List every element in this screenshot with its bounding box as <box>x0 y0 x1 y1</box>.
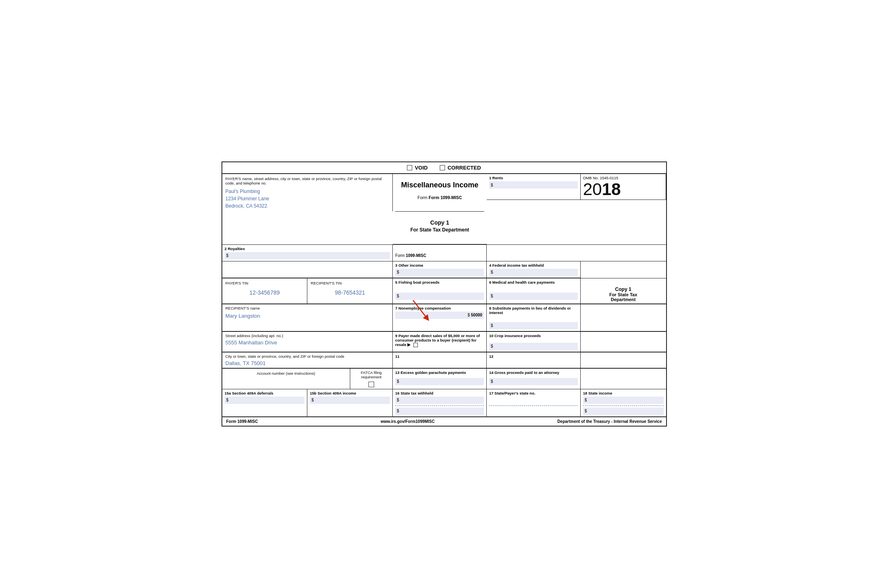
payer-address: 1234 Plummer Lane <box>226 196 390 202</box>
box8-label: 8 Substitute payments in lieu of dividen… <box>489 306 578 315</box>
misc-income-area: Miscellaneous Income Form Form 1099-MISC… <box>393 174 487 244</box>
year-prefix: 20 <box>583 181 602 198</box>
form-1099-misc-label-area: Form 1099-MISC <box>393 245 487 261</box>
copy-number: Copy 1 <box>397 219 482 227</box>
void-checkbox[interactable] <box>407 165 412 170</box>
tin-row: PAYER'S TIN 12-3456789 RECIPIENT'S TIN 9… <box>222 278 666 304</box>
copy-for: For State Tax Department <box>397 227 482 234</box>
box14-value[interactable]: $ <box>489 378 578 385</box>
account-cell: Account number (see instructions) <box>222 369 350 389</box>
copy1-number: Copy 1 <box>583 287 664 292</box>
box9-checkbox[interactable] <box>413 343 418 347</box>
box15b: 15b Section 409A income $ <box>307 389 393 416</box>
year-display: 2018 <box>583 181 663 198</box>
svg-line-1 <box>413 300 427 318</box>
payer-tin-cell: PAYER'S TIN 12-3456789 <box>222 278 308 304</box>
misc-income-copy-filler <box>581 261 666 278</box>
form-name-header: Form Form 1099-MISC <box>417 195 462 200</box>
account-label: Account number (see instructions) <box>226 371 347 376</box>
box16-divider <box>395 405 484 406</box>
box10-value[interactable]: $ <box>489 343 578 350</box>
box11-label: 11 <box>395 354 484 359</box>
box15a-label: 15a Section 409A deferrals <box>225 391 305 395</box>
city-value: Dallas, TX 75001 <box>226 360 390 366</box>
copy1-side-label: Copy 1 For State TaxDepartment <box>581 278 666 304</box>
street-row: Street address (including apt. no.) 5555… <box>222 332 666 352</box>
recipient-row: RECIPIENT'S name Mary Langston 7 Nonempl… <box>222 304 666 332</box>
form-title: Miscellaneous Income <box>401 180 478 190</box>
box18-value1[interactable]: $ <box>583 397 664 404</box>
red-arrow-annotation <box>401 296 437 325</box>
box3-value[interactable]: $ <box>395 269 484 276</box>
box4-label: 4 Federal income tax withheld <box>489 263 578 267</box>
street-label: Street address (including apt. no.) <box>226 333 390 338</box>
box16-label: 16 State tax withheld <box>395 391 484 395</box>
corrected-checkbox-label[interactable]: CORRECTED <box>440 165 481 171</box>
box15b-value[interactable]: $ <box>310 397 390 404</box>
box6-value[interactable]: $ <box>489 293 578 300</box>
recipient-name-label: RECIPIENT'S name <box>226 306 390 310</box>
box7-dollar: $ <box>468 313 470 317</box>
payer-name: Paul's Plumbing <box>226 189 390 194</box>
box3: 3 Other income $ <box>393 261 487 278</box>
city-row: City or town, state or province, country… <box>222 352 666 368</box>
box7-amount: 50000 <box>471 313 482 317</box>
box1-value[interactable]: $ <box>489 181 578 189</box>
row7-filler <box>581 304 666 331</box>
box9-label: 9 Payer made direct sales of $5,000 or m… <box>395 333 484 347</box>
corrected-label: CORRECTED <box>447 165 481 171</box>
copy1-label: Copy 1 For State Tax Department <box>395 215 484 238</box>
box13-value[interactable]: $ <box>395 378 484 385</box>
box15b-label: 15b Section 409A income <box>310 391 390 395</box>
box18-value2[interactable]: $ <box>583 408 664 415</box>
box15a-value[interactable]: $ <box>225 397 305 404</box>
box14-label: 14 Gross proceeds paid to an attorney <box>489 370 578 375</box>
year-suffix: 18 <box>602 181 621 198</box>
section-15-row: 15a Section 409A deferrals $ 15b Section… <box>222 389 666 417</box>
box8: 8 Substitute payments in lieu of dividen… <box>487 304 581 331</box>
street-value: 5555 Manhattan Drive <box>226 340 390 346</box>
void-label: VOID <box>415 165 428 171</box>
payer-city: Bedrock, CA 54322 <box>226 203 390 209</box>
row9-filler <box>581 332 666 352</box>
account-filler <box>581 369 666 389</box>
box15a: 15a Section 409A deferrals $ <box>222 389 308 416</box>
box13-label: 13 Excess golden parachute payments <box>395 370 484 375</box>
footer: Form 1099-MISC www.irs.gov/Form1099MISC … <box>222 417 666 426</box>
box16-value1[interactable]: $ <box>395 397 484 404</box>
footer-form-name: Form 1099-MISC <box>226 419 258 424</box>
payer-spacer <box>222 261 393 278</box>
box4-value[interactable]: $ <box>489 269 578 276</box>
box2: 2 Royalties $ <box>222 245 393 261</box>
payer-tin-label: PAYER'S TIN <box>226 281 304 285</box>
box18-divider <box>583 405 664 406</box>
corrected-checkbox[interactable] <box>440 165 445 170</box>
box16-value2[interactable]: $ <box>395 408 484 415</box>
header-row: VOID CORRECTED <box>222 162 666 174</box>
payer-info: PAYER'S name, street address, city or to… <box>222 174 393 211</box>
box5-label: 5 Fishing boat proceeds <box>395 280 484 284</box>
form-label-bottom: Form 1099-MISC <box>395 253 484 258</box>
void-checkbox-label[interactable]: VOID <box>407 165 428 171</box>
box17-value1 <box>489 397 578 404</box>
fatca-checkbox[interactable] <box>368 382 374 387</box>
box18: 18 State income $ $ <box>581 389 666 416</box>
payer-tin-value: 12-3456789 <box>226 289 304 296</box>
box2-value[interactable]: $ <box>225 252 390 259</box>
box8-value[interactable]: $ <box>489 322 578 329</box>
recipient-name-value: Mary Langston <box>226 313 390 319</box>
form-1099-misc: VOID CORRECTED PAYER'S name, street addr… <box>221 161 667 427</box>
box17-label: 17 State/Payer's state no. <box>489 391 578 395</box>
recipient-name-cell: RECIPIENT'S name Mary Langston <box>222 304 393 331</box>
box1-label: 1 Rents <box>489 176 578 180</box>
fatca-cell: FATCA filing requirement <box>350 369 393 389</box>
box13: 13 Excess golden parachute payments $ <box>393 369 487 389</box>
box10: 10 Crop insurance proceeds $ <box>487 332 581 352</box>
footer-website: www.irs.gov/Form1099MISC <box>381 419 435 424</box>
box14: 14 Gross proceeds paid to an attorney $ <box>487 369 581 389</box>
copy1-for: For State TaxDepartment <box>583 292 664 302</box>
city-label: City or town, state or province, country… <box>226 354 390 359</box>
box10-label: 10 Crop insurance proceeds <box>489 333 578 338</box>
recipient-tin-cell: RECIPIENT'S TIN 98-7654321 <box>307 278 393 304</box>
box6: 6 Medical and health care payments $ <box>487 278 581 304</box>
